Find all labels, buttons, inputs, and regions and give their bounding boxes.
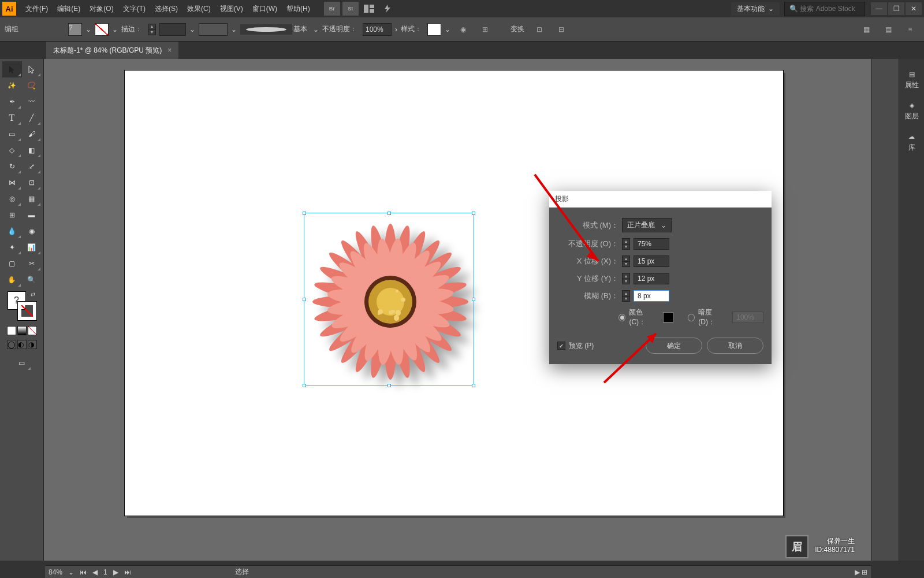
menu-object[interactable]: 对象(O) <box>85 0 118 17</box>
blur-spinner[interactable]: ▲▼ <box>622 290 630 302</box>
stroke-weight-input[interactable] <box>159 23 186 36</box>
fill-stroke-control[interactable]: ? ⇄ <box>8 291 36 320</box>
color-mode-swatch[interactable] <box>7 326 16 335</box>
align-icon[interactable]: ⊞ <box>477 23 493 36</box>
x-offset-spinner[interactable]: ▲▼ <box>622 255 630 267</box>
brush-definition[interactable] <box>240 24 292 35</box>
menu-type[interactable]: 文字(T) <box>118 0 150 17</box>
menu-view[interactable]: 视图(V) <box>215 0 248 17</box>
mesh-tool[interactable]: ⊞ <box>2 207 22 223</box>
document-tab[interactable]: 未标题-1* @ 84% (RGB/GPU 预览) × <box>46 42 178 59</box>
var-width-profile[interactable] <box>199 23 228 36</box>
line-tool[interactable]: ╱ <box>22 110 42 126</box>
paintbrush-tool[interactable]: 🖌 <box>22 126 42 142</box>
scale-tool[interactable]: ⤢ <box>22 158 42 175</box>
style-swatch[interactable] <box>427 23 441 36</box>
draw-inside-icon[interactable]: ◑ <box>28 340 37 349</box>
magic-wand-tool[interactable]: ✨ <box>2 77 22 94</box>
dialog-title: 投影 <box>549 191 772 208</box>
transform-label[interactable]: 变换 <box>511 24 524 34</box>
y-offset-input[interactable] <box>634 273 669 284</box>
y-offset-spinner[interactable]: ▲▼ <box>622 273 630 284</box>
shape-builder-tool[interactable]: ◎ <box>2 191 22 207</box>
pen-tool[interactable]: ✒ <box>2 94 22 110</box>
stock-icon[interactable]: St <box>342 2 359 16</box>
cancel-button[interactable]: 取消 <box>707 338 763 354</box>
width-tool[interactable]: ⋈ <box>2 175 22 191</box>
layers-panel-tab[interactable]: ◈图层 <box>905 102 919 121</box>
mode-dropdown[interactable]: 正片叠底⌄ <box>622 218 672 232</box>
color-radio[interactable] <box>619 314 625 321</box>
free-transform-tool[interactable]: ⊡ <box>22 175 42 191</box>
ok-button[interactable]: 确定 <box>646 338 702 354</box>
hand-tool[interactable]: ✋ <box>2 272 22 288</box>
stroke-swatch[interactable] <box>95 23 109 36</box>
properties-panel-tab[interactable]: ▤属性 <box>905 71 919 90</box>
blend-tool[interactable]: ◉ <box>22 223 42 239</box>
close-tab-icon[interactable]: × <box>167 46 172 54</box>
menu-effect[interactable]: 效果(C) <box>182 0 215 17</box>
draw-normal-icon[interactable]: ◯ <box>7 340 16 349</box>
darkness-radio[interactable] <box>688 314 695 321</box>
transform-icon1[interactable]: ⊡ <box>531 23 547 36</box>
perspective-tool[interactable]: ▦ <box>22 191 42 207</box>
x-offset-input[interactable] <box>634 255 669 267</box>
window-close[interactable]: ✕ <box>906 2 922 15</box>
selection-tool[interactable] <box>2 61 22 77</box>
canvas[interactable]: 投影 模式 (M)： 正片叠底⌄ 不透明度 (O)： ▲▼ X 位移 (X)： … <box>44 59 871 561</box>
dialog-opacity-label: 不透明度 (O)： <box>557 239 619 249</box>
screen-mode-icon[interactable]: ▭ <box>12 355 32 371</box>
menu-edit[interactable]: 编辑(E) <box>53 0 85 17</box>
graph-tool[interactable]: 📊 <box>22 239 42 255</box>
stock-search-input[interactable]: 🔍 搜索 Adobe Stock <box>784 2 865 16</box>
dialog-opacity-input[interactable] <box>634 238 669 250</box>
artboard-tool[interactable]: ▢ <box>2 255 22 272</box>
fill-swatch[interactable]: ? <box>68 23 82 36</box>
shadow-color-swatch[interactable] <box>663 312 673 323</box>
eyedropper-tool[interactable]: 💧 <box>2 223 22 239</box>
window-restore[interactable]: ❐ <box>888 2 904 15</box>
shaper-tool[interactable]: ◇ <box>2 142 22 158</box>
stroke-weight-label: 描边： <box>121 24 142 34</box>
blur-input[interactable] <box>634 290 669 302</box>
preview-checkbox[interactable]: ✓ <box>557 342 565 350</box>
eraser-tool[interactable]: ◧ <box>22 142 42 158</box>
type-tool[interactable]: T <box>2 110 22 126</box>
arrange-icon[interactable] <box>361 2 377 16</box>
gradient-tool[interactable]: ▬ <box>22 207 42 223</box>
none-mode-swatch[interactable] <box>28 326 37 335</box>
selection-type-label: 编组 <box>5 24 18 34</box>
menu-window[interactable]: 窗口(W) <box>248 0 282 17</box>
svg-rect-2 <box>370 9 374 13</box>
selection-bounding-box[interactable] <box>304 213 474 386</box>
opacity-input[interactable] <box>363 23 392 36</box>
grid-view-icon[interactable]: ▦ <box>858 23 874 36</box>
direct-selection-tool[interactable] <box>22 61 42 77</box>
panel-dock <box>871 59 899 561</box>
transform-icon2[interactable]: ⊟ <box>553 23 569 36</box>
zoom-tool[interactable]: 🔍 <box>22 272 42 288</box>
list-view-icon[interactable]: ▤ <box>880 23 896 36</box>
draw-behind-icon[interactable]: ◐ <box>17 340 27 349</box>
bridge-icon[interactable]: Br <box>324 2 340 16</box>
workspace-selector[interactable]: 基本功能⌄ <box>731 2 780 16</box>
gradient-mode-swatch[interactable] <box>17 326 27 335</box>
menu-icon[interactable]: ≡ <box>902 23 918 36</box>
menu-file[interactable]: 文件(F) <box>21 0 53 17</box>
rotate-tool[interactable]: ↻ <box>2 158 22 175</box>
mode-label: 模式 (M)： <box>557 220 619 231</box>
recolor-icon[interactable]: ◉ <box>455 23 471 36</box>
stroke-weight-spinner[interactable]: ▲▼ <box>148 24 156 35</box>
lasso-tool[interactable]: 📿 <box>22 77 42 94</box>
curvature-tool[interactable]: 〰 <box>22 94 42 110</box>
gpu-icon[interactable] <box>379 2 396 16</box>
window-minimize[interactable]: — <box>871 2 887 15</box>
slice-tool[interactable]: ✂ <box>22 255 42 272</box>
libraries-panel-tab[interactable]: ☁库 <box>908 133 915 153</box>
y-offset-label: Y 位移 (Y)： <box>557 273 619 284</box>
menu-select[interactable]: 选择(S) <box>150 0 182 17</box>
symbol-sprayer-tool[interactable]: ✦ <box>2 239 22 255</box>
menu-help[interactable]: 帮助(H) <box>282 0 315 17</box>
rectangle-tool[interactable]: ▭ <box>2 126 22 142</box>
opacity-spinner[interactable]: ▲▼ <box>622 238 630 250</box>
